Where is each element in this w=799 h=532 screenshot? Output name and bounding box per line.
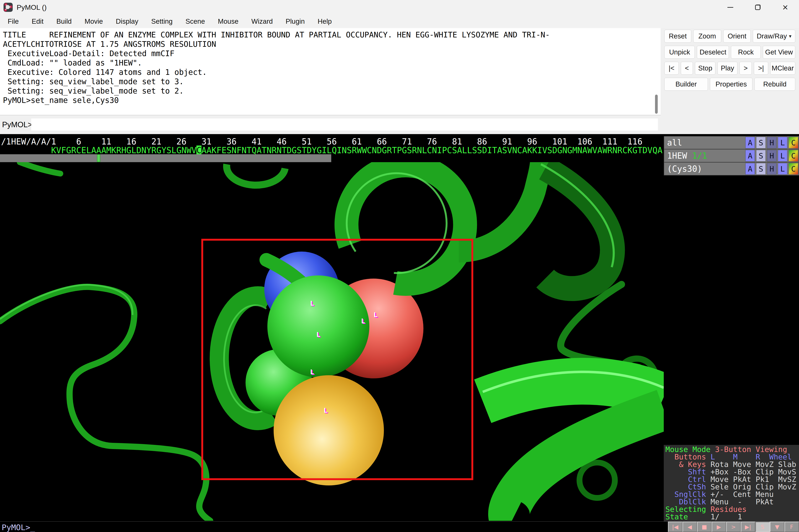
pymol-app-icon xyxy=(3,2,13,12)
hide-menu-button[interactable]: H xyxy=(767,137,777,148)
svg-text:L: L xyxy=(310,368,314,376)
show-menu-button[interactable]: S xyxy=(756,137,766,148)
vcr-button-3[interactable]: ▶ xyxy=(712,521,726,532)
restore-button[interactable] xyxy=(744,0,771,15)
menu-edit[interactable]: Edit xyxy=(25,15,50,28)
zoom-button[interactable]: Zoom xyxy=(693,30,721,43)
vcr-button-7[interactable]: ▼ xyxy=(770,521,784,532)
menu-setting[interactable]: Setting xyxy=(145,15,179,28)
color-menu-button[interactable]: C xyxy=(788,163,798,175)
svg-text:L: L xyxy=(361,317,365,325)
object-row-cys30[interactable]: (Cys30)ASHLC xyxy=(664,163,799,175)
color-menu-button[interactable]: C xyxy=(788,137,798,148)
mouse-panel-row-5: CtSh Sele Orig Clip MovZ xyxy=(666,483,799,491)
hide-menu-button[interactable]: H xyxy=(767,150,777,162)
object-name[interactable]: 1HEW xyxy=(664,151,692,160)
play-button[interactable]: Play xyxy=(718,62,738,75)
mouse-panel-row-3: Shft +Box -Box Clip MovS xyxy=(666,468,799,476)
selected-residue[interactable]: C xyxy=(196,146,201,155)
--button[interactable]: >| xyxy=(754,62,768,75)
svg-text:L: L xyxy=(374,311,378,319)
stop-button[interactable]: Stop xyxy=(695,62,715,75)
reset-button[interactable]: Reset xyxy=(665,30,691,43)
object-row-1hew[interactable]: 1HEW 1/1ASHLC xyxy=(664,149,799,163)
action-menu-button[interactable]: A xyxy=(745,137,755,148)
svg-text:L: L xyxy=(316,330,320,339)
mouse-panel-row-7: DblClk Menu - PkAt xyxy=(666,498,799,506)
command-input[interactable] xyxy=(31,118,658,131)
vcr-button-0[interactable]: |◀ xyxy=(668,521,683,532)
sequence-scrollbar-thumb[interactable] xyxy=(97,154,100,162)
--button[interactable]: < xyxy=(681,62,693,75)
stage: /1HEW/A/A/1 6 11 16 21 26 31 36 41 46 51… xyxy=(0,134,799,532)
rock-button[interactable]: Rock xyxy=(731,46,761,59)
sequence-scrollbar[interactable] xyxy=(0,154,331,162)
menu-wizard[interactable]: Wizard xyxy=(245,15,279,28)
prompt-label: PyMOL> xyxy=(2,115,32,134)
menu-file[interactable]: File xyxy=(1,15,25,28)
minimize-button[interactable] xyxy=(716,0,744,15)
mclear-button[interactable]: MClear xyxy=(770,62,795,75)
hide-menu-button[interactable]: H xyxy=(767,163,777,175)
vcr-button-6[interactable]: S xyxy=(755,521,770,532)
object-row-all[interactable]: allASHLC xyxy=(664,136,799,149)
menu-mouse[interactable]: Mouse xyxy=(212,15,245,28)
console-text: TITLE REFINEMENT OF AN ENZYME COMPLEX WI… xyxy=(3,30,550,105)
unpick-button[interactable]: Unpick xyxy=(665,46,695,59)
mouse-mode-panel: Mouse Mode 3-Button Viewing Buttons L M … xyxy=(664,445,799,521)
restore-icon xyxy=(755,4,761,10)
mouse-panel-row-0[interactable]: Mouse Mode 3-Button Viewing xyxy=(666,446,799,453)
builder-button[interactable]: Builder xyxy=(665,78,708,91)
dropdown-caret-icon: ▾ xyxy=(789,33,792,39)
action-menu-button[interactable]: A xyxy=(745,150,755,162)
properties-button[interactable]: Properties xyxy=(710,78,752,91)
vcr-controls: |◀◀■▶>▶|S▼F xyxy=(664,521,799,532)
menu-help[interactable]: Help xyxy=(311,15,338,28)
draw-ray-button[interactable]: Draw/Ray▾ xyxy=(753,30,795,43)
bottom-bar: PyMOL>_ |◀◀■▶>▶|S▼F xyxy=(0,521,799,532)
label-menu-button[interactable]: L xyxy=(778,163,787,175)
mouse-panel-row-2: & Keys Rota Move MovZ Slab xyxy=(666,461,799,468)
show-menu-button[interactable]: S xyxy=(756,163,766,175)
svg-text:L: L xyxy=(324,406,327,414)
vcr-button-8[interactable]: F xyxy=(784,521,799,532)
mouse-panel-row-9[interactable]: State 1/ 1 xyxy=(666,513,799,520)
sequence-residues[interactable]: KVFGRCELAAAMKRHGLDNYRGYSLGNWVCAAKFESNFNT… xyxy=(1,146,662,155)
vcr-button-1[interactable]: ◀ xyxy=(683,521,697,532)
mouse-panel-row-8[interactable]: Selecting Residues xyxy=(666,506,799,513)
menu-display[interactable]: Display xyxy=(109,15,145,28)
mouse-panel-row-6: SnglClk +/- Cent Menu xyxy=(666,491,799,498)
vcr-button-5[interactable]: ▶| xyxy=(741,521,755,532)
get-view-button[interactable]: Get View xyxy=(763,46,795,59)
close-icon: × xyxy=(783,2,788,12)
menu-build[interactable]: Build xyxy=(50,15,78,28)
--button[interactable]: |< xyxy=(665,62,679,75)
--button[interactable]: > xyxy=(740,62,752,75)
console-output: TITLE REFINEMENT OF AN ENZYME COMPLEX WI… xyxy=(0,28,661,115)
viewport-3d-canvas[interactable]: LLLLLLLLLLLL xyxy=(0,162,664,521)
rebuild-button[interactable]: Rebuild xyxy=(755,78,795,91)
vcr-button-4[interactable]: > xyxy=(726,521,741,532)
menu-movie[interactable]: Movie xyxy=(78,15,109,28)
mouse-panel-row-4: Ctrl Move PkAt Pk1 MvSZ xyxy=(666,476,799,483)
carbon-sphere[interactable] xyxy=(267,276,369,377)
command-row: PyMOL> xyxy=(0,115,661,134)
menu-plugin[interactable]: Plugin xyxy=(279,15,311,28)
deselect-button[interactable]: Deselect xyxy=(697,46,729,59)
close-button[interactable]: × xyxy=(771,0,799,15)
title-bar: PyMOL () × xyxy=(0,0,799,15)
action-menu-button[interactable]: A xyxy=(745,163,755,175)
vcr-button-2[interactable]: ■ xyxy=(697,521,712,532)
object-name[interactable]: (Cys30) xyxy=(664,164,702,174)
console-scrollbar-thumb[interactable] xyxy=(655,95,658,114)
object-name[interactable]: all xyxy=(664,138,682,147)
mouse-panel-row-1: Buttons L M R Wheel xyxy=(666,453,799,461)
sulfur-sphere[interactable] xyxy=(274,375,384,486)
menu-scene[interactable]: Scene xyxy=(179,15,212,28)
color-menu-button[interactable]: C xyxy=(788,150,798,162)
orient-button[interactable]: Orient xyxy=(723,30,751,43)
label-menu-button[interactable]: L xyxy=(778,150,787,162)
show-menu-button[interactable]: S xyxy=(756,150,766,162)
window-title: PyMOL () xyxy=(17,3,47,12)
label-menu-button[interactable]: L xyxy=(778,137,787,148)
